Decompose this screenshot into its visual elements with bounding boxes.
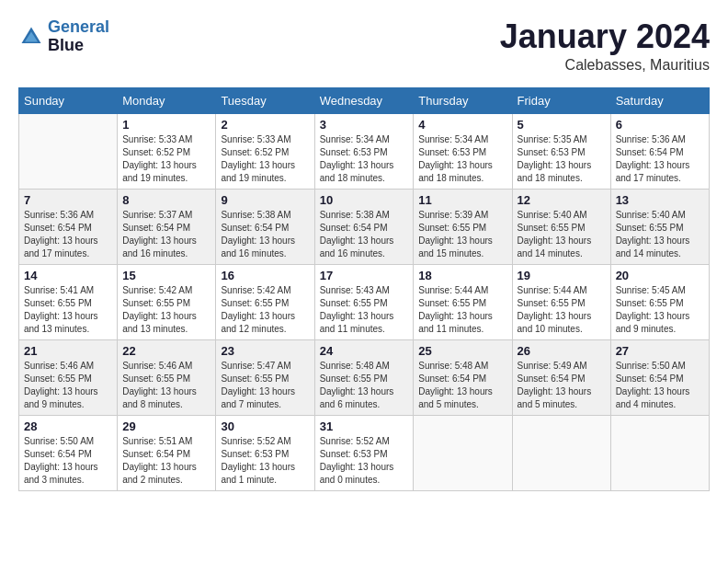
page-header: General Blue January 2024 Calebasses, Ma… xyxy=(18,18,710,74)
logo-text: General Blue xyxy=(48,18,109,55)
day-info: Sunrise: 5:48 AMSunset: 6:55 PMDaylight:… xyxy=(320,360,409,411)
day-info: Sunrise: 5:44 AMSunset: 6:55 PMDaylight:… xyxy=(418,284,506,336)
day-info: Sunrise: 5:34 AMSunset: 6:53 PMDaylight:… xyxy=(418,133,506,185)
weekday-header: Monday xyxy=(118,87,216,113)
day-info: Sunrise: 5:49 AMSunset: 6:54 PMDaylight:… xyxy=(518,360,606,411)
calendar-cell: 19Sunrise: 5:44 AMSunset: 6:55 PMDayligh… xyxy=(512,264,610,339)
title-block: January 2024 Calebasses, Mauritius xyxy=(500,18,710,74)
calendar-cell: 7Sunrise: 5:36 AMSunset: 6:54 PMDaylight… xyxy=(19,189,118,264)
day-number: 18 xyxy=(418,269,506,282)
calendar-cell: 17Sunrise: 5:43 AMSunset: 6:55 PMDayligh… xyxy=(314,264,414,339)
day-info: Sunrise: 5:51 AMSunset: 6:54 PMDaylight:… xyxy=(122,435,210,487)
day-number: 1 xyxy=(122,118,210,132)
day-number: 11 xyxy=(418,193,506,207)
day-number: 16 xyxy=(221,269,309,282)
calendar-week-row: 7Sunrise: 5:36 AMSunset: 6:54 PMDaylight… xyxy=(19,189,710,264)
day-number: 21 xyxy=(24,344,112,358)
day-number: 9 xyxy=(221,193,309,207)
day-info: Sunrise: 5:38 AMSunset: 6:54 PMDaylight:… xyxy=(320,209,409,260)
calendar-cell: 23Sunrise: 5:47 AMSunset: 6:55 PMDayligh… xyxy=(216,339,314,415)
day-number: 10 xyxy=(320,193,409,207)
day-number: 30 xyxy=(221,419,309,433)
day-info: Sunrise: 5:44 AMSunset: 6:55 PMDaylight:… xyxy=(518,284,606,336)
logo-line2: Blue xyxy=(48,37,109,55)
weekday-header: Sunday xyxy=(19,87,118,113)
day-number: 5 xyxy=(518,118,606,132)
day-info: Sunrise: 5:39 AMSunset: 6:55 PMDaylight:… xyxy=(418,209,506,260)
day-number: 19 xyxy=(518,269,606,282)
day-number: 15 xyxy=(122,269,210,282)
calendar-cell: 10Sunrise: 5:38 AMSunset: 6:54 PMDayligh… xyxy=(314,189,414,264)
day-info: Sunrise: 5:36 AMSunset: 6:54 PMDaylight:… xyxy=(24,209,112,260)
calendar-cell: 25Sunrise: 5:48 AMSunset: 6:54 PMDayligh… xyxy=(414,339,512,415)
weekday-header: Tuesday xyxy=(216,87,314,113)
calendar-cell: 4Sunrise: 5:34 AMSunset: 6:53 PMDaylight… xyxy=(414,113,512,189)
day-number: 8 xyxy=(122,193,210,207)
calendar-cell: 11Sunrise: 5:39 AMSunset: 6:55 PMDayligh… xyxy=(414,189,512,264)
logo-line1: General xyxy=(48,17,109,36)
day-info: Sunrise: 5:41 AMSunset: 6:55 PMDaylight:… xyxy=(24,284,112,336)
day-number: 31 xyxy=(320,419,409,433)
day-info: Sunrise: 5:40 AMSunset: 6:55 PMDaylight:… xyxy=(518,209,606,260)
calendar-cell: 18Sunrise: 5:44 AMSunset: 6:55 PMDayligh… xyxy=(414,264,512,339)
day-info: Sunrise: 5:48 AMSunset: 6:54 PMDaylight:… xyxy=(418,360,506,411)
calendar-table: SundayMondayTuesdayWednesdayThursdayFrid… xyxy=(18,87,710,491)
day-number: 22 xyxy=(122,344,210,358)
calendar-cell: 12Sunrise: 5:40 AMSunset: 6:55 PMDayligh… xyxy=(512,189,610,264)
day-number: 26 xyxy=(518,344,606,358)
calendar-cell: 14Sunrise: 5:41 AMSunset: 6:55 PMDayligh… xyxy=(19,264,118,339)
month-title: January 2024 xyxy=(500,18,710,55)
calendar-cell: 26Sunrise: 5:49 AMSunset: 6:54 PMDayligh… xyxy=(512,339,610,415)
day-number: 27 xyxy=(616,344,704,358)
day-info: Sunrise: 5:50 AMSunset: 6:54 PMDaylight:… xyxy=(24,435,112,487)
logo-icon xyxy=(18,24,44,50)
day-number: 14 xyxy=(24,269,112,282)
day-number: 20 xyxy=(616,269,704,282)
logo: General Blue xyxy=(18,18,109,55)
day-number: 13 xyxy=(616,193,704,207)
calendar-cell: 2Sunrise: 5:33 AMSunset: 6:52 PMDaylight… xyxy=(216,113,314,189)
day-number: 3 xyxy=(320,118,409,132)
calendar-cell: 21Sunrise: 5:46 AMSunset: 6:55 PMDayligh… xyxy=(19,339,118,415)
calendar-week-row: 28Sunrise: 5:50 AMSunset: 6:54 PMDayligh… xyxy=(19,415,710,490)
day-info: Sunrise: 5:40 AMSunset: 6:55 PMDaylight:… xyxy=(616,209,704,260)
day-number: 4 xyxy=(418,118,506,132)
calendar-cell: 30Sunrise: 5:52 AMSunset: 6:53 PMDayligh… xyxy=(216,415,314,490)
day-number: 17 xyxy=(320,269,409,282)
day-number: 12 xyxy=(518,193,606,207)
calendar-week-row: 14Sunrise: 5:41 AMSunset: 6:55 PMDayligh… xyxy=(19,264,710,339)
day-number: 25 xyxy=(418,344,506,358)
calendar-cell: 15Sunrise: 5:42 AMSunset: 6:55 PMDayligh… xyxy=(118,264,216,339)
weekday-header: Friday xyxy=(512,87,610,113)
day-number: 29 xyxy=(122,419,210,433)
calendar-header-row: SundayMondayTuesdayWednesdayThursdayFrid… xyxy=(19,87,710,113)
day-info: Sunrise: 5:33 AMSunset: 6:52 PMDaylight:… xyxy=(221,133,309,185)
day-number: 24 xyxy=(320,344,409,358)
calendar-cell: 31Sunrise: 5:52 AMSunset: 6:53 PMDayligh… xyxy=(314,415,414,490)
day-info: Sunrise: 5:36 AMSunset: 6:54 PMDaylight:… xyxy=(616,133,704,185)
day-info: Sunrise: 5:50 AMSunset: 6:54 PMDaylight:… xyxy=(616,360,704,411)
day-info: Sunrise: 5:42 AMSunset: 6:55 PMDaylight:… xyxy=(221,284,309,336)
day-info: Sunrise: 5:46 AMSunset: 6:55 PMDaylight:… xyxy=(24,360,112,411)
day-info: Sunrise: 5:37 AMSunset: 6:54 PMDaylight:… xyxy=(122,209,210,260)
day-number: 23 xyxy=(221,344,309,358)
calendar-cell: 5Sunrise: 5:35 AMSunset: 6:53 PMDaylight… xyxy=(512,113,610,189)
day-info: Sunrise: 5:38 AMSunset: 6:54 PMDaylight:… xyxy=(221,209,309,260)
calendar-cell: 9Sunrise: 5:38 AMSunset: 6:54 PMDaylight… xyxy=(216,189,314,264)
calendar-cell: 27Sunrise: 5:50 AMSunset: 6:54 PMDayligh… xyxy=(610,339,709,415)
day-info: Sunrise: 5:43 AMSunset: 6:55 PMDaylight:… xyxy=(320,284,409,336)
day-info: Sunrise: 5:34 AMSunset: 6:53 PMDaylight:… xyxy=(320,133,409,185)
day-info: Sunrise: 5:45 AMSunset: 6:55 PMDaylight:… xyxy=(616,284,704,336)
calendar-cell xyxy=(19,113,118,189)
calendar-week-row: 1Sunrise: 5:33 AMSunset: 6:52 PMDaylight… xyxy=(19,113,710,189)
day-info: Sunrise: 5:42 AMSunset: 6:55 PMDaylight:… xyxy=(122,284,210,336)
calendar-cell: 13Sunrise: 5:40 AMSunset: 6:55 PMDayligh… xyxy=(610,189,709,264)
calendar-cell xyxy=(512,415,610,490)
day-number: 6 xyxy=(616,118,704,132)
calendar-cell: 16Sunrise: 5:42 AMSunset: 6:55 PMDayligh… xyxy=(216,264,314,339)
weekday-header: Thursday xyxy=(414,87,512,113)
calendar-cell: 20Sunrise: 5:45 AMSunset: 6:55 PMDayligh… xyxy=(610,264,709,339)
day-info: Sunrise: 5:35 AMSunset: 6:53 PMDaylight:… xyxy=(518,133,606,185)
day-info: Sunrise: 5:47 AMSunset: 6:55 PMDaylight:… xyxy=(221,360,309,411)
weekday-header: Saturday xyxy=(610,87,709,113)
